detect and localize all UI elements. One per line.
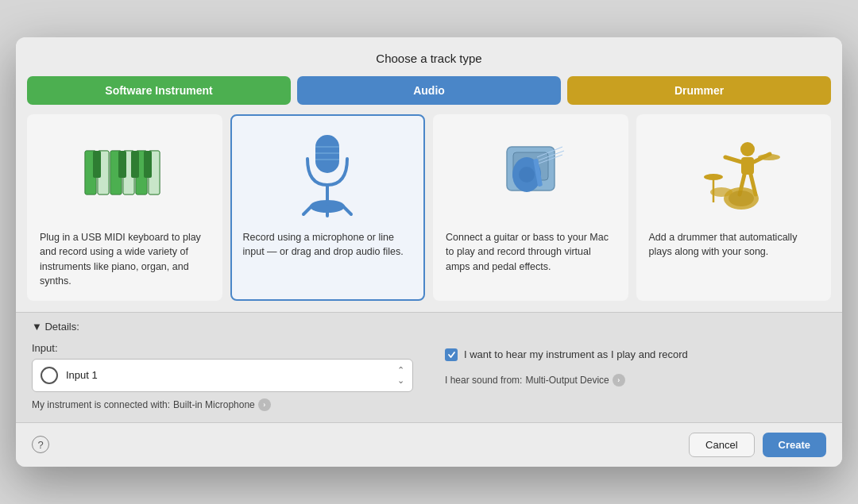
connected-arrow-btn[interactable]: › <box>258 398 271 411</box>
piano-icon <box>40 127 210 222</box>
details-section: ▼ Details: Input: Input 1 ⌃⌄ My instrume… <box>16 312 842 422</box>
input-circle-icon <box>41 367 58 384</box>
create-button[interactable]: Create <box>763 433 826 457</box>
svg-point-44 <box>710 187 732 197</box>
svg-rect-14 <box>131 151 139 178</box>
sound-prefix: I hear sound from: <box>445 375 522 386</box>
dialog-title: Choose a track type <box>16 37 842 76</box>
tab-software-instrument[interactable]: Software Instrument <box>27 76 291 105</box>
details-left: Input: Input 1 ⌃⌄ My instrument is conne… <box>32 342 413 411</box>
svg-rect-13 <box>118 151 126 178</box>
card-mic-desc: Record using a microphone or line input … <box>243 230 413 259</box>
track-tabs: Software Instrument Audio Drummer <box>16 76 842 105</box>
svg-point-28 <box>519 167 535 183</box>
svg-rect-34 <box>741 157 754 175</box>
help-button[interactable]: ? <box>32 436 49 453</box>
svg-point-43 <box>758 154 780 160</box>
svg-rect-12 <box>93 151 101 178</box>
svg-rect-15 <box>144 151 152 178</box>
card-guitar-desc: Connect a guitar or bass to your Mac to … <box>446 230 616 273</box>
connected-prefix: My instrument is connected with: <box>32 399 170 410</box>
card-drummer-desc: Add a drummer that automatically plays a… <box>649 230 819 259</box>
svg-line-22 <box>303 206 311 214</box>
svg-line-35 <box>725 157 741 162</box>
cards-row: Plug in a USB MIDI keyboard to play and … <box>16 114 842 301</box>
sound-device: Multi-Output Device <box>525 375 609 386</box>
input-select[interactable]: Input 1 ⌃⌄ <box>32 359 413 392</box>
microphone-icon <box>243 127 413 222</box>
card-drummer[interactable]: Add a drummer that automatically plays a… <box>636 114 832 301</box>
tab-audio[interactable]: Audio <box>297 76 561 105</box>
sound-info: I hear sound from: Multi-Output Device › <box>445 374 826 387</box>
connected-info: My instrument is connected with: Built-i… <box>32 398 413 411</box>
footer-buttons: Cancel Create <box>689 433 826 457</box>
details-right: I want to hear my instrument as I play a… <box>445 342 826 411</box>
details-header[interactable]: ▼ Details: <box>32 321 826 333</box>
checkbox-label: I want to hear my instrument as I play a… <box>464 348 688 360</box>
card-guitar[interactable]: Connect a guitar or bass to your Mac to … <box>433 114 628 301</box>
drummer-icon <box>649 127 819 222</box>
checkbox-hear-instrument[interactable] <box>445 348 458 361</box>
checkbox-row[interactable]: I want to hear my instrument as I play a… <box>445 348 826 361</box>
svg-point-33 <box>740 142 755 156</box>
card-microphone[interactable]: Record using a microphone or line input … <box>230 114 426 301</box>
dialog-footer: ? Cancel Create <box>16 422 842 467</box>
card-piano-desc: Plug in a USB MIDI keyboard to play and … <box>40 230 210 288</box>
svg-rect-16 <box>315 135 339 173</box>
guitar-icon <box>446 127 616 222</box>
connected-device: Built-in Microphone <box>173 399 255 410</box>
cancel-button[interactable]: Cancel <box>689 433 754 457</box>
sound-arrow-btn[interactable]: › <box>613 374 625 387</box>
tab-drummer[interactable]: Drummer <box>567 76 831 105</box>
svg-point-42 <box>704 174 723 180</box>
input-label: Input: <box>32 342 413 354</box>
dialog: Choose a track type Software Instrument … <box>16 37 842 467</box>
chevron-updown-icon: ⌃⌄ <box>397 365 404 386</box>
card-piano[interactable]: Plug in a USB MIDI keyboard to play and … <box>27 114 222 301</box>
input-select-label: Input 1 <box>66 369 389 381</box>
svg-line-23 <box>343 206 351 214</box>
details-body: Input: Input 1 ⌃⌄ My instrument is conne… <box>32 342 826 422</box>
